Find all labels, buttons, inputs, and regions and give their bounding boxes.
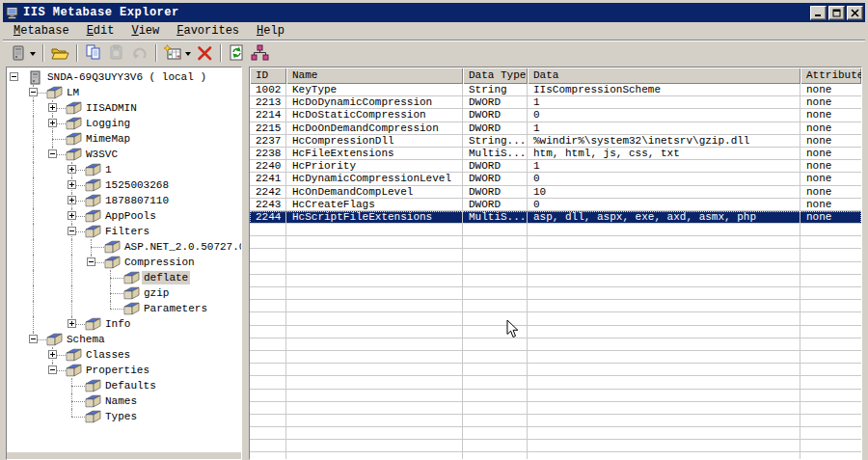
tree-item-types[interactable]: Types [7, 409, 241, 424]
minimize-button[interactable] [810, 6, 827, 20]
empty-row [250, 287, 861, 300]
key-icon [123, 271, 140, 284]
new-key-button[interactable] [161, 42, 194, 64]
tree-line [33, 193, 34, 208]
open-button[interactable] [48, 42, 72, 64]
menu-item-metabase[interactable]: Metabase [5, 23, 78, 39]
tree-item-gzip[interactable]: gzip [7, 285, 241, 301]
tree-item-classes[interactable]: Classes [7, 347, 241, 363]
column-header-id[interactable]: ID [250, 68, 286, 84]
cell-data: 1 [528, 122, 800, 134]
cell-name: HcOnDemandCompLevel [286, 186, 463, 198]
expand-plus-icon[interactable] [68, 165, 76, 174]
tree-item-w3svc[interactable]: W3SVC [7, 147, 241, 162]
menu-item-view[interactable]: View [122, 23, 168, 39]
maximize-button[interactable] [828, 6, 845, 20]
cell-attributes: none [800, 122, 861, 134]
cell-data: asp, dll, aspx, exe, axd, asmx, php [528, 211, 800, 223]
tree-item-1525003268[interactable]: 1525003268 [7, 177, 241, 193]
column-header-name[interactable]: Name [286, 68, 463, 84]
expand-plus-icon[interactable] [68, 211, 76, 220]
toolbar-separator [220, 44, 222, 62]
expand-plus-icon[interactable] [68, 180, 76, 189]
tree-item-info[interactable]: Info [7, 316, 241, 332]
table-row[interactable]: 2244HcScriptFileExtensionsMultiS...asp, … [250, 211, 861, 224]
expand-plus-icon[interactable] [68, 319, 76, 328]
dropdown-arrow-icon[interactable] [30, 52, 36, 59]
column-header-data-type[interactable]: Data Type [463, 68, 528, 84]
splitter[interactable] [242, 67, 249, 460]
expand-plus-icon[interactable] [48, 350, 57, 359]
collapse-minus-icon[interactable] [87, 257, 95, 266]
dropdown-arrow-icon[interactable] [185, 52, 191, 59]
tree-item-lm[interactable]: LM [7, 85, 241, 100]
table-row[interactable]: 2240HcPriorityDWORD1none [250, 160, 861, 173]
expand-plus-icon[interactable] [68, 196, 76, 204]
tree-item-label: Info [103, 317, 132, 331]
open-folder-icon [51, 45, 69, 61]
cell-data: 0 [528, 199, 800, 210]
view-hierarchy-button[interactable] [248, 42, 272, 64]
tree-line [33, 116, 34, 131]
key-icon [85, 225, 101, 238]
connect-button[interactable] [7, 42, 39, 64]
tree-item-mimemap[interactable]: MimeMap [7, 131, 241, 147]
tree-item-snda-69q3uyy3v6-local[interactable]: SNDA-69Q3UYY3V6 ( local ) [7, 69, 241, 85]
undo-button[interactable] [128, 42, 151, 64]
tree-item-1878807110[interactable]: 1878807110 [7, 193, 241, 208]
copy-button[interactable] [82, 42, 105, 64]
table-row[interactable]: 2242HcOnDemandCompLevelDWORD10none [250, 186, 861, 199]
collapse-minus-icon[interactable] [68, 227, 76, 235]
tree-item-compression[interactable]: Compression [7, 255, 241, 270]
tree-item-filters[interactable]: Filters [7, 224, 241, 239]
table-row[interactable]: 2237HcCompressionDllString...%windir%\sy… [250, 135, 861, 148]
tree-item-apppools[interactable]: AppPools [7, 208, 241, 224]
key-icon [104, 240, 121, 254]
tree-item-asp-net-2-0-50727-0[interactable]: ASP.NET_2.0.50727.0 [7, 239, 241, 255]
table-row[interactable]: 2213HcDoDynamicCompressionDWORD1none [250, 96, 861, 109]
key-icon [85, 209, 101, 223]
tree-item-defaults[interactable]: Defaults [7, 378, 241, 393]
tree-line [110, 293, 123, 294]
tree-item-1[interactable]: 1 [7, 162, 241, 177]
collapse-minus-icon[interactable] [29, 335, 38, 343]
paste-button[interactable] [105, 42, 128, 64]
tree-item-schema[interactable]: Schema [7, 332, 241, 347]
cell-attributes: none [800, 84, 861, 95]
table-row[interactable]: 2215HcDoOnDemandCompressionDWORD1none [250, 122, 861, 135]
collapse-minus-icon[interactable] [48, 149, 57, 158]
table-row[interactable]: 2214HcDoStaticCompressionDWORD0none [250, 109, 861, 122]
main-area: SNDA-69Q3UYY3V6 ( local )LMIISADMINLoggi… [6, 67, 862, 460]
table-row[interactable]: 1002KeyTypeStringIIsCompressionSchemenon… [250, 84, 861, 96]
collapse-minus-icon[interactable] [10, 72, 18, 81]
tree-item-properties[interactable]: Properties [7, 363, 241, 378]
tree-item-label: Logging [84, 117, 132, 130]
window-title: IIS Metabase Explorer [23, 6, 808, 19]
expand-plus-icon[interactable] [48, 103, 57, 112]
delete-button[interactable] [194, 42, 216, 64]
table-row[interactable]: 2241HcDynamicCompressionLevelDWORD0none [250, 173, 861, 185]
column-header-data[interactable]: Data [528, 68, 800, 84]
column-header-attributes[interactable]: Attributes [800, 68, 861, 84]
close-button[interactable] [847, 6, 863, 20]
tree-item-logging[interactable]: Logging [7, 116, 241, 131]
cell-name: HcFileExtensions [286, 148, 463, 159]
expand-plus-icon[interactable] [48, 119, 57, 127]
tree-line [33, 255, 34, 270]
tree-item-label: 1525003268 [103, 178, 171, 192]
tree-item-names[interactable]: Names [7, 393, 241, 409]
tree-item-iisadmin[interactable]: IISADMIN [7, 100, 241, 116]
table-row[interactable]: 2243HcCreateFlagsDWORD0none [250, 199, 861, 211]
tree-item-parameters[interactable]: Parameters [7, 301, 241, 316]
menu-item-favorites[interactable]: Favorites [168, 23, 248, 39]
cell-attributes: none [800, 186, 861, 198]
collapse-minus-icon[interactable] [29, 88, 38, 96]
tree-item-deflate[interactable]: deflate [7, 270, 241, 285]
tree-line [71, 239, 72, 255]
cell-id: 2215 [250, 122, 286, 134]
refresh-button[interactable] [226, 42, 248, 64]
menu-item-help[interactable]: Help [248, 23, 293, 39]
table-row[interactable]: 2238HcFileExtensionsMultiS...htm, html, … [250, 148, 861, 160]
collapse-minus-icon[interactable] [48, 365, 57, 374]
menu-item-edit[interactable]: Edit [78, 23, 123, 39]
